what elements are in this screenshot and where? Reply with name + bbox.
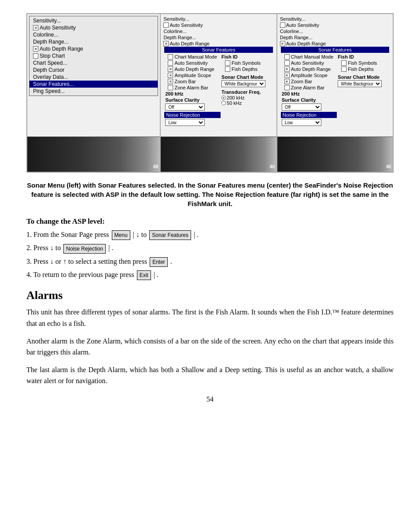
c-zone-alarm: Zone Alarm Bar: [164, 85, 221, 91]
center-col-right: Fish ID Fish Symbols Fish Depths Sonar C…: [221, 54, 273, 126]
center-auto-depth-cb: [163, 41, 169, 46]
r-auto-sensitivity: Auto Sensitivity: [281, 60, 337, 66]
right-sonar-features-header: Sonar Features: [281, 47, 389, 53]
c-chart-manual-mode: Chart Manual Mode: [164, 54, 221, 60]
r-surface-label: Surface Clarity: [281, 97, 337, 103]
step-1: 1. From the Sonar Page press Menu | ↓ to…: [26, 229, 394, 240]
c-chart-mode-select[interactable]: White Background: [221, 80, 265, 87]
stop-chart-label: Stop Chart: [40, 53, 65, 59]
c-transducer-label: Transducer Freq.: [221, 89, 273, 95]
c-auto-depth-cb2: [168, 66, 173, 72]
ping-speed-item: Ping Speed...: [29, 88, 158, 95]
c-chart-mode-row: White Background: [221, 80, 273, 87]
page-number: 54: [26, 395, 394, 403]
left-menu: Sensitivity... Auto Sensitivity Colorlin…: [29, 16, 158, 96]
r-surface-dropdown-row: Off: [281, 103, 337, 111]
panel-right: Sensitivity... Auto Sensitivity Colorlin…: [277, 14, 393, 172]
right-auto-sens-cb: [280, 22, 285, 28]
c-zoom-cb: [168, 79, 173, 84]
r-zoom-bar: Zoom Bar: [281, 78, 337, 85]
auto-depth-range-item: Auto Depth Range: [29, 45, 158, 52]
auto-depth-range-cb: [33, 46, 38, 52]
c-zoom-bar: Zoom Bar: [164, 78, 221, 85]
noise-rejection-key: Noise Rejection: [63, 244, 106, 254]
c-surface-dropdown-row: Off: [164, 103, 221, 111]
r-chart-mode-select[interactable]: White Background: [338, 80, 382, 87]
right-auto-depth-cb: [280, 41, 285, 46]
instruction-list: 1. From the Sonar Page press Menu | ↓ to…: [26, 229, 394, 280]
instructions-title: To change the ASP level:: [26, 217, 394, 226]
center-col-left: Chart Manual Mode Auto Sensitivity Auto …: [164, 54, 221, 126]
auto-sensitivity-label: Auto Sensitivity: [40, 25, 76, 31]
stop-chart-item: Stop Chart: [29, 52, 158, 59]
step-4: 4. To return to the previous page press …: [26, 270, 394, 280]
r-fish-depths-cb: [341, 66, 346, 72]
alarms-para3: The last alarm is the Depth Alarm, which…: [26, 364, 394, 387]
center-two-col: Chart Manual Mode Auto Sensitivity Auto …: [162, 54, 274, 126]
sonar-image-right: 40: [277, 137, 393, 172]
enter-key: Enter: [150, 257, 168, 267]
c-200-radio: 200 kHz: [221, 95, 273, 100]
step-2: 2. Press ↓ to Noise Rejection | .: [26, 243, 394, 253]
r-amplitude-cb: [284, 73, 290, 78]
r-fish-symbols: Fish Symbols: [338, 60, 389, 66]
right-two-col: Chart Manual Mode Auto Sensitivity Auto …: [279, 54, 391, 126]
auto-sensitivity-item: Auto Sensitivity: [29, 24, 158, 31]
center-sonar-features-header: Sonar Features: [164, 47, 273, 53]
r-noise-select[interactable]: Low: [282, 119, 321, 126]
alarms-para2: Another alarm is the Zone Alarm, which c…: [26, 336, 394, 358]
center-auto-sens-cb: [163, 22, 169, 28]
overlay-data-item: Overlay Data...: [29, 74, 158, 81]
r-auto-sens-cb2: [284, 60, 290, 66]
c-surface-select[interactable]: Off: [165, 103, 205, 111]
right-col-right: Fish ID Fish Symbols Fish Depths Sonar C…: [338, 54, 389, 126]
r-zone-alarm: Zone Alarm Bar: [281, 85, 337, 91]
r-fish-symbols-cb: [341, 60, 346, 66]
colorline-item: Colorline...: [29, 31, 158, 38]
c-50-radio-dot: [221, 101, 226, 105]
alarms-para1: This unit has three different types of s…: [26, 306, 394, 329]
c-fish-id-label: Fish ID: [221, 54, 273, 60]
caption: Sonar Menu (left) with Sonar Features se…: [26, 181, 394, 208]
stop-chart-cb: [33, 53, 38, 59]
r-zone-cb: [284, 85, 290, 90]
step-3: 3. Press ↓ or ↑ to select a setting then…: [26, 256, 394, 267]
sonar-features-key: Sonar Features: [149, 230, 191, 240]
sonar-image-left: 60: [27, 137, 160, 172]
auto-sensitivity-cb: [33, 25, 38, 30]
r-zoom-cb: [284, 79, 290, 84]
c-auto-depth-range: Auto Depth Range: [164, 66, 221, 72]
depth-cursor-item: Depth Cursor: [29, 66, 158, 74]
r-noise-label: Noise Rejection: [281, 112, 337, 118]
r-sonar-chart-mode-label: Sonar Chart Mode: [338, 74, 389, 80]
c-surface-label: Surface Clarity: [164, 97, 221, 103]
r-chart-mode-row: White Background: [338, 80, 389, 87]
chart-speed-item: Chart Speed...: [29, 59, 158, 66]
sonar-image-center: 40: [161, 137, 276, 172]
c-fish-symbols: Fish Symbols: [221, 60, 273, 66]
r-amplitude-scope: Amplitude Scope: [281, 72, 337, 78]
r-noise-dropdown-row: Low: [281, 118, 337, 126]
c-noise-select[interactable]: Low: [165, 119, 205, 126]
c-50-radio: 50 kHz: [221, 100, 273, 106]
r-auto-depth-cb2: [284, 66, 290, 72]
auto-depth-range-label: Auto Depth Range: [40, 46, 83, 52]
r-surface-select[interactable]: Off: [282, 103, 321, 111]
r-chart-manual-cb: [284, 54, 290, 59]
depth-range-item: Depth Range...: [29, 38, 158, 45]
exit-key: Exit: [137, 270, 151, 280]
c-sonar-chart-mode-label: Sonar Chart Mode: [221, 74, 273, 80]
c-zone-cb: [168, 85, 173, 90]
depth-left: 60: [153, 164, 158, 169]
c-amplitude-scope: Amplitude Scope: [164, 72, 221, 78]
c-200-radio-dot: [221, 96, 226, 100]
sensitivity-item: Sensitivity...: [29, 17, 158, 24]
r-auto-depth-range: Auto Depth Range: [281, 66, 337, 72]
c-chart-manual-cb: [168, 54, 173, 59]
c-auto-sens-cb2: [168, 60, 173, 66]
r-fish-depths: Fish Depths: [338, 66, 389, 72]
sonar-features-item: Sonar Features...: [29, 81, 158, 88]
depth-right: 40: [386, 164, 391, 169]
menu-key-1: Menu: [112, 230, 130, 240]
r-chart-manual-mode: Chart Manual Mode: [281, 54, 337, 60]
